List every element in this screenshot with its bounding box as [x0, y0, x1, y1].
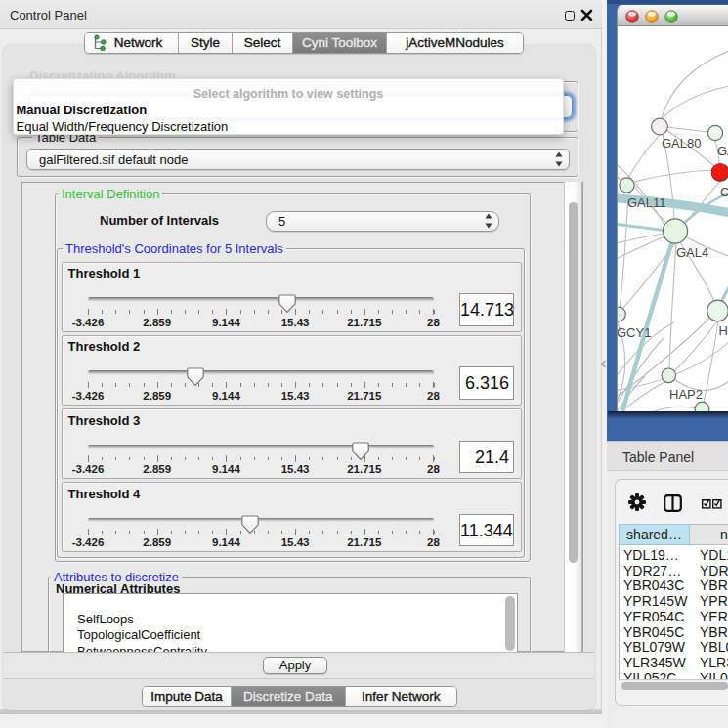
svg-text:GAL4: GAL4: [676, 245, 708, 260]
svg-text:H: H: [719, 323, 728, 338]
svg-text:CD: CD: [720, 185, 728, 199]
svg-text:GA: GA: [717, 144, 728, 158]
svg-text:GCY1: GCY1: [618, 325, 651, 340]
svg-text:GAL11: GAL11: [627, 195, 666, 210]
svg-text:GAL80: GAL80: [662, 136, 701, 150]
svg-text:HAP2: HAP2: [669, 387, 703, 402]
